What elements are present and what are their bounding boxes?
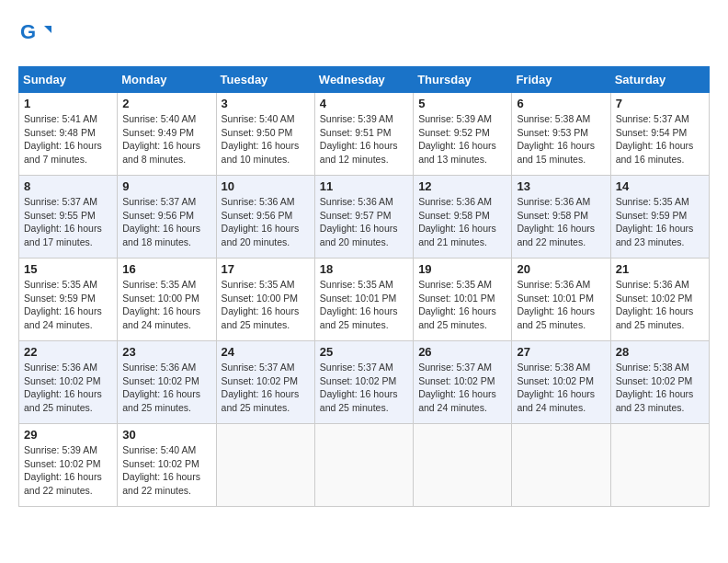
calendar-cell: 18Sunrise: 5:35 AMSunset: 10:01 PMDaylig… (314, 259, 413, 341)
day-info: Sunrise: 5:36 AMSunset: 9:58 PMDaylight:… (517, 195, 605, 249)
calendar-cell: 12Sunrise: 5:36 AMSunset: 9:58 PMDayligh… (414, 176, 512, 259)
calendar-cell (512, 424, 610, 507)
calendar-cell: 21Sunrise: 5:36 AMSunset: 10:02 PMDaylig… (610, 259, 709, 341)
calendar-cell: 11Sunrise: 5:36 AMSunset: 9:57 PMDayligh… (314, 176, 413, 259)
day-number: 16 (122, 262, 210, 276)
day-number: 9 (122, 179, 210, 193)
calendar-cell (414, 424, 512, 507)
calendar-cell: 19Sunrise: 5:35 AMSunset: 10:01 PMDaylig… (414, 259, 512, 341)
day-info: Sunrise: 5:35 AMSunset: 10:01 PMDaylight… (418, 278, 506, 332)
day-number: 25 (320, 345, 408, 359)
calendar-cell: 3Sunrise: 5:40 AMSunset: 9:50 PMDaylight… (216, 93, 314, 176)
day-number: 13 (517, 179, 605, 193)
calendar-cell: 10Sunrise: 5:36 AMSunset: 9:56 PMDayligh… (216, 176, 314, 259)
day-number: 21 (616, 262, 704, 276)
calendar-cell: 2Sunrise: 5:40 AMSunset: 9:49 PMDaylight… (118, 93, 216, 176)
day-info: Sunrise: 5:38 AMSunset: 9:53 PMDaylight:… (517, 112, 605, 167)
day-number: 30 (122, 428, 210, 442)
day-info: Sunrise: 5:36 AMSunset: 9:58 PMDaylight:… (418, 195, 506, 249)
logo-icon: G (18, 18, 51, 52)
day-number: 17 (222, 262, 310, 276)
col-header-wednesday: Wednesday (314, 67, 413, 93)
day-number: 14 (616, 179, 704, 193)
day-number: 4 (320, 97, 408, 110)
day-number: 23 (122, 345, 210, 359)
calendar-week-row: 29Sunrise: 5:39 AMSunset: 10:02 PMDaylig… (19, 424, 710, 507)
day-number: 3 (222, 97, 310, 110)
calendar-cell: 13Sunrise: 5:36 AMSunset: 9:58 PMDayligh… (512, 176, 610, 259)
calendar-week-row: 22Sunrise: 5:36 AMSunset: 10:02 PMDaylig… (19, 341, 710, 424)
calendar-cell: 28Sunrise: 5:38 AMSunset: 10:02 PMDaylig… (610, 341, 709, 424)
day-info: Sunrise: 5:37 AMSunset: 9:54 PMDaylight:… (616, 112, 704, 167)
day-info: Sunrise: 5:38 AMSunset: 10:02 PMDaylight… (616, 361, 704, 415)
calendar-cell: 8Sunrise: 5:37 AMSunset: 9:55 PMDaylight… (19, 176, 118, 259)
day-info: Sunrise: 5:35 AMSunset: 10:00 PMDaylight… (222, 278, 310, 332)
day-number: 28 (616, 345, 704, 359)
day-info: Sunrise: 5:37 AMSunset: 9:55 PMDaylight:… (24, 195, 112, 249)
page-header: G (18, 18, 710, 52)
day-number: 12 (418, 179, 506, 193)
day-number: 20 (517, 262, 605, 276)
day-info: Sunrise: 5:40 AMSunset: 10:02 PMDaylight… (122, 443, 210, 498)
calendar-cell: 22Sunrise: 5:36 AMSunset: 10:02 PMDaylig… (19, 341, 118, 424)
day-info: Sunrise: 5:35 AMSunset: 9:59 PMDaylight:… (24, 278, 112, 332)
calendar-cell: 20Sunrise: 5:36 AMSunset: 10:01 PMDaylig… (512, 259, 610, 341)
day-info: Sunrise: 5:37 AMSunset: 10:02 PMDaylight… (320, 361, 408, 415)
svg-marker-1 (44, 26, 51, 33)
col-header-sunday: Sunday (19, 67, 118, 93)
day-info: Sunrise: 5:35 AMSunset: 9:59 PMDaylight:… (616, 195, 704, 249)
calendar-cell: 16Sunrise: 5:35 AMSunset: 10:00 PMDaylig… (118, 259, 216, 341)
calendar-table: SundayMondayTuesdayWednesdayThursdayFrid… (18, 66, 710, 507)
calendar-cell: 6Sunrise: 5:38 AMSunset: 9:53 PMDaylight… (512, 93, 610, 176)
col-header-monday: Monday (118, 67, 216, 93)
day-info: Sunrise: 5:36 AMSunset: 9:57 PMDaylight:… (320, 195, 408, 249)
day-info: Sunrise: 5:39 AMSunset: 9:51 PMDaylight:… (320, 112, 408, 167)
day-info: Sunrise: 5:39 AMSunset: 10:02 PMDaylight… (24, 443, 112, 498)
calendar-cell: 26Sunrise: 5:37 AMSunset: 10:02 PMDaylig… (414, 341, 512, 424)
day-info: Sunrise: 5:37 AMSunset: 10:02 PMDaylight… (222, 361, 310, 415)
calendar-cell: 29Sunrise: 5:39 AMSunset: 10:02 PMDaylig… (19, 424, 118, 507)
calendar-cell (216, 424, 314, 507)
calendar-cell: 9Sunrise: 5:37 AMSunset: 9:56 PMDaylight… (118, 176, 216, 259)
day-number: 29 (24, 428, 112, 442)
col-header-saturday: Saturday (610, 67, 709, 93)
day-number: 27 (517, 345, 605, 359)
day-number: 22 (24, 345, 112, 359)
day-number: 6 (517, 97, 605, 110)
day-number: 10 (222, 179, 310, 193)
day-number: 8 (24, 179, 112, 193)
day-info: Sunrise: 5:40 AMSunset: 9:49 PMDaylight:… (122, 112, 210, 167)
day-info: Sunrise: 5:38 AMSunset: 10:02 PMDaylight… (517, 361, 605, 415)
svg-text:G: G (20, 20, 36, 43)
calendar-cell: 23Sunrise: 5:36 AMSunset: 10:02 PMDaylig… (118, 341, 216, 424)
day-info: Sunrise: 5:36 AMSunset: 10:02 PMDaylight… (616, 278, 704, 332)
calendar-cell: 15Sunrise: 5:35 AMSunset: 9:59 PMDayligh… (19, 259, 118, 341)
calendar-cell (314, 424, 413, 507)
calendar-cell: 30Sunrise: 5:40 AMSunset: 10:02 PMDaylig… (118, 424, 216, 507)
day-info: Sunrise: 5:36 AMSunset: 10:01 PMDaylight… (517, 278, 605, 332)
col-header-tuesday: Tuesday (216, 67, 314, 93)
day-number: 26 (418, 345, 506, 359)
day-info: Sunrise: 5:36 AMSunset: 9:56 PMDaylight:… (222, 195, 310, 249)
day-info: Sunrise: 5:37 AMSunset: 10:02 PMDaylight… (418, 361, 506, 415)
calendar-cell: 5Sunrise: 5:39 AMSunset: 9:52 PMDaylight… (414, 93, 512, 176)
day-info: Sunrise: 5:41 AMSunset: 9:48 PMDaylight:… (24, 112, 112, 167)
day-info: Sunrise: 5:35 AMSunset: 10:01 PMDaylight… (320, 278, 408, 332)
day-number: 7 (616, 97, 704, 110)
day-info: Sunrise: 5:35 AMSunset: 10:00 PMDaylight… (122, 278, 210, 332)
calendar-cell: 14Sunrise: 5:35 AMSunset: 9:59 PMDayligh… (610, 176, 709, 259)
calendar-cell: 24Sunrise: 5:37 AMSunset: 10:02 PMDaylig… (216, 341, 314, 424)
day-number: 5 (418, 97, 506, 110)
calendar-week-row: 15Sunrise: 5:35 AMSunset: 9:59 PMDayligh… (19, 259, 710, 341)
calendar-cell: 4Sunrise: 5:39 AMSunset: 9:51 PMDaylight… (314, 93, 413, 176)
day-number: 11 (320, 179, 408, 193)
calendar-cell (610, 424, 709, 507)
day-number: 1 (24, 97, 112, 110)
col-header-friday: Friday (512, 67, 610, 93)
calendar-week-row: 8Sunrise: 5:37 AMSunset: 9:55 PMDaylight… (19, 176, 710, 259)
calendar-cell: 7Sunrise: 5:37 AMSunset: 9:54 PMDaylight… (610, 93, 709, 176)
logo: G (18, 18, 57, 52)
day-number: 24 (222, 345, 310, 359)
day-info: Sunrise: 5:40 AMSunset: 9:50 PMDaylight:… (222, 112, 310, 167)
calendar-week-row: 1Sunrise: 5:41 AMSunset: 9:48 PMDaylight… (19, 93, 710, 176)
